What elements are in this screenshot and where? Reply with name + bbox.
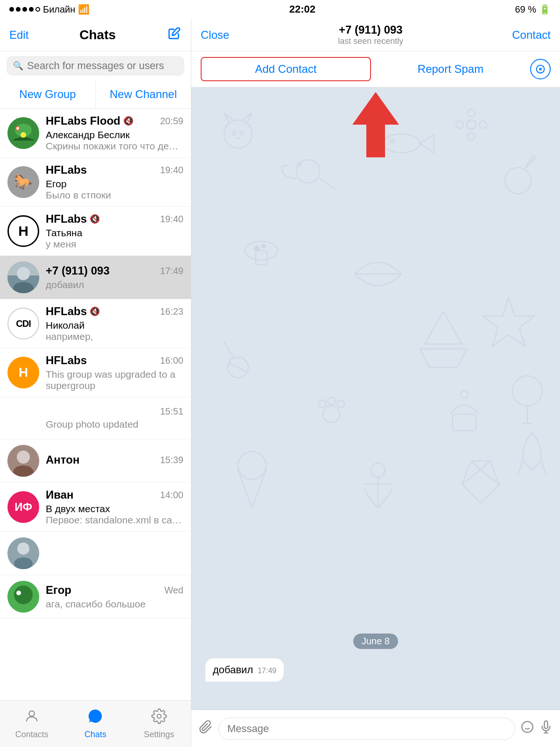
attach-button[interactable] [199,720,213,737]
red-arrow-svg [352,92,399,157]
avatar: H [7,215,39,247]
svg-rect-39 [256,251,267,265]
red-arrow-annotation [352,92,399,159]
status-bar: Билайн 📶 22:02 69 % 🔋 [0,0,560,19]
chat-sender: Татьяна [46,227,183,239]
chat-info: 15:51 Group photo updated [46,406,183,430]
report-spam-button[interactable]: Report Spam [376,63,525,76]
chat-name: +7 (911) 093 [46,264,110,277]
chat-item[interactable]: H HFLabs 🔇 19:40 Татьяна у меня [0,207,191,256]
person-avatar [7,537,39,569]
svg-point-56 [522,721,532,732]
svg-point-35 [468,133,475,140]
search-input[interactable] [27,60,178,72]
svg-point-3 [16,127,19,130]
chat-item[interactable] [0,532,191,575]
tab-chats[interactable]: Chats [63,704,127,744]
chats-svg-icon [87,708,103,724]
mic-icon [539,720,553,733]
chat-item-active[interactable]: +7 (911) 093 17:49 добавил [0,256,191,299]
svg-line-43 [229,363,247,372]
mute-icon: 🔇 [123,116,133,126]
svg-point-40 [254,246,259,251]
close-button[interactable]: Close [201,28,229,42]
svg-point-33 [468,109,475,117]
emoji-icon [521,720,534,733]
signal-dot-4 [29,7,34,12]
chat-time: 14:00 [160,490,183,500]
signal-dot-1 [9,7,14,12]
chat-item[interactable]: Антон 15:39 [0,439,191,483]
svg-point-26 [232,131,236,135]
settings-icon [151,708,167,728]
wifi-icon: 📶 [78,4,90,15]
chat-info: HFLabs Flood 🔇 20:59 Александр Беслик Ск… [46,114,183,152]
contacts-icon [24,708,40,728]
search-bar: 🔍 [7,56,184,76]
svg-point-49 [461,391,468,398]
svg-point-36 [456,121,463,128]
phone-contact-avatar [7,261,39,293]
avatar: CDI [7,308,39,339]
battery-icon: 🔋 [539,4,551,15]
chat-preview: у меня [46,239,183,250]
chats-title: Chats [79,28,116,42]
mic-button[interactable] [539,720,553,737]
chat-time: 20:59 [160,116,183,127]
chat-item[interactable]: Егор Wed ага, спасибо большое [0,575,191,619]
contact-button[interactable]: Contact [512,28,551,42]
svg-point-9 [17,267,30,280]
mute-icon: 🔇 [90,214,100,224]
chat-name: HFLabs [46,163,87,176]
chat-name-row: +7 (911) 093 17:49 [46,264,183,277]
status-right: 69 % 🔋 [515,4,551,15]
chat-sender: Александр Беслик [46,129,183,141]
message-time: 17:49 [258,667,276,675]
chat-info: HFLabs 16:00 This group was upgraded to … [46,354,183,391]
chat-item[interactable]: 🐎 HFLabs 19:40 Егор Было в стпоки [0,158,191,207]
new-group-button[interactable]: New Group [0,80,96,108]
new-channel-button[interactable]: New Channel [96,80,191,108]
avatar: Н [7,357,39,388]
chat-info: +7 (911) 093 17:49 добавил [46,264,183,290]
chat-header-status: last seen recently [338,36,403,46]
chat-time: 16:23 [160,306,183,317]
chat-header-center: +7 (911) 093 last seen recently [338,23,403,46]
avatar [7,581,39,613]
chat-info [46,552,183,554]
close-x-icon [536,64,545,74]
chat-view: Close +7 (911) 093 last seen recently Co… [191,19,560,747]
svg-point-37 [505,168,531,194]
avatar [7,261,39,293]
chat-info: HFLabs 🔇 19:40 Татьяна у меня [46,212,183,250]
chat-item[interactable]: 15:51 Group photo updated [0,397,191,439]
emoji-button[interactable] [521,720,534,737]
svg-marker-55 [352,92,399,157]
carrier-name: Билайн [43,4,75,15]
chat-item[interactable]: ИФ Иван 14:00 В двух местах Первое: stan… [0,483,191,532]
chat-preview: Group photo updated [46,419,183,430]
chat-name-row: HFLabs 19:40 [46,163,183,176]
avatar: ИФ [7,491,39,523]
chat-messages: June 8 добавил 17:49 [191,87,560,710]
chat-time: 15:39 [160,455,183,465]
svg-point-45 [318,400,326,408]
chat-sender: Николай [46,320,183,331]
battery-level: 69 % [515,4,536,15]
close-action-button[interactable] [530,59,551,79]
chat-name-row: Антон 15:39 [46,453,183,466]
svg-point-52 [371,463,385,477]
compose-button[interactable] [167,26,182,44]
tab-settings[interactable]: Settings [127,704,191,744]
chats-panel: Edit Chats 🔍 New Group New Channel [0,19,191,747]
edit-button[interactable]: Edit [9,28,28,42]
chat-item[interactable]: HFLabs Flood 🔇 20:59 Александр Беслик Ск… [0,109,191,158]
chat-name: Егор [46,584,71,597]
message-input[interactable] [218,718,515,740]
contacts-svg-icon [24,708,40,724]
status-left: Билайн 📶 [9,4,90,15]
chat-item[interactable]: CDI HFLabs 🔇 16:23 Николай например, [0,299,191,348]
add-contact-button[interactable]: Add Contact [201,57,371,81]
tab-contacts[interactable]: Contacts [0,704,63,744]
chat-item[interactable]: Н HFLabs 16:00 This group was upgraded t… [0,348,191,397]
